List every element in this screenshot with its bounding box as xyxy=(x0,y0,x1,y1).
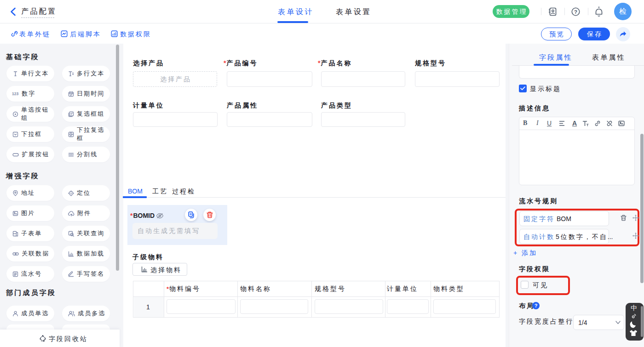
svg-text:?: ? xyxy=(574,9,577,15)
